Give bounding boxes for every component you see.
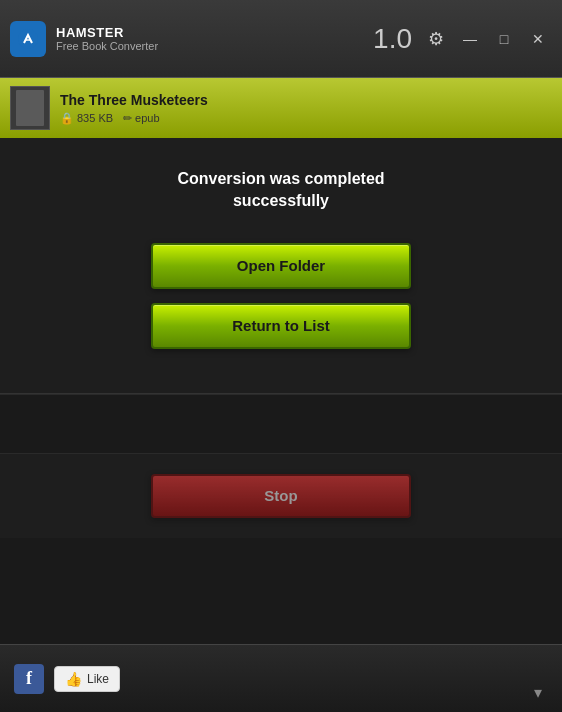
open-folder-button[interactable]: Open Folder [151, 243, 411, 289]
app-name: HAMSTER [56, 25, 373, 40]
settings-button[interactable]: ⚙ [422, 25, 450, 53]
return-to-list-button[interactable]: Return to List [151, 303, 411, 349]
title-bar-text: HAMSTER Free Book Converter [56, 25, 373, 52]
stop-button[interactable]: Stop [151, 474, 411, 518]
spacer [0, 538, 562, 638]
book-size: 🔒 835 KB [60, 112, 113, 125]
book-thumbnail [10, 86, 50, 130]
app-icon [10, 21, 46, 57]
book-size-value: 835 KB [77, 112, 113, 124]
completion-panel: Conversion was completedsuccessfully Ope… [0, 138, 562, 394]
book-thumbnail-inner [16, 90, 44, 126]
expand-arrow-icon[interactable]: ▾ [534, 683, 542, 702]
book-format-value: epub [135, 112, 159, 124]
lock-icon: 🔒 [60, 112, 74, 125]
progress-area: Stop [0, 454, 562, 538]
book-format: ✏ epub [123, 112, 159, 125]
thumbs-up-icon: 👍 [65, 671, 82, 687]
maximize-button[interactable]: □ [490, 25, 518, 53]
separator-area [0, 394, 562, 454]
window-controls: ⚙ — □ ✕ [422, 25, 552, 53]
version-label: 1.0 [373, 23, 412, 55]
book-title: The Three Musketeers [60, 92, 552, 108]
footer: f 👍 Like ▾ [0, 644, 562, 712]
completion-message: Conversion was completedsuccessfully [177, 168, 384, 213]
facebook-icon[interactable]: f [14, 664, 44, 694]
book-info: The Three Musketeers 🔒 835 KB ✏ epub [60, 92, 552, 125]
svg-point-0 [18, 29, 38, 49]
like-button[interactable]: 👍 Like [54, 666, 120, 692]
pencil-icon: ✏ [123, 112, 132, 125]
minimize-button[interactable]: — [456, 25, 484, 53]
book-meta: 🔒 835 KB ✏ epub [60, 112, 552, 125]
app-subtitle: Free Book Converter [56, 40, 373, 52]
close-button[interactable]: ✕ [524, 25, 552, 53]
like-label: Like [87, 672, 109, 686]
book-row: The Three Musketeers 🔒 835 KB ✏ epub [0, 78, 562, 138]
title-bar: HAMSTER Free Book Converter 1.0 ⚙ — □ ✕ [0, 0, 562, 78]
